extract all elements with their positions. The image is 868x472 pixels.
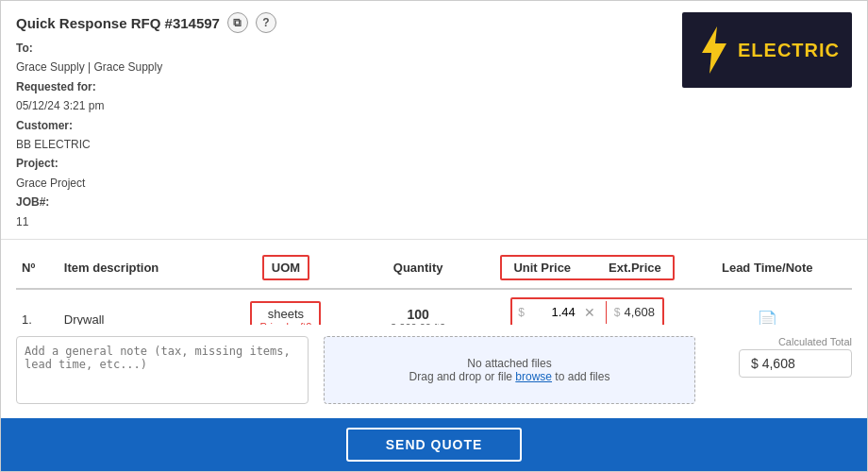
no-files-label: No attached files (467, 357, 551, 370)
file-drop-zone[interactable]: No attached files Drag and drop or file … (324, 336, 695, 404)
lead-time-note-icon[interactable]: 📄 (757, 311, 777, 325)
price-header-box: Unit Price Ext.Price (500, 255, 674, 280)
col-description: Item description (58, 247, 227, 289)
total-value: $ 4,608 (739, 349, 852, 378)
bolt-icon (694, 26, 732, 74)
total-label: Calculated Total (778, 336, 852, 347)
customer-line: Customer: BB ELECTRIC (16, 116, 682, 155)
help-icon-btn[interactable]: ? (256, 12, 276, 33)
page-wrapper: Quick Response RFQ #314597 ⧉ ? To: Grace… (0, 0, 868, 472)
total-section: Calculated Total $ 4,608 (710, 336, 852, 378)
header-info: To: Grace Supply | Grace Supply Requeste… (16, 39, 682, 231)
copy-icon-btn[interactable]: ⧉ (227, 12, 248, 33)
logo-text: ELECTRIC (738, 40, 840, 61)
general-notes-input[interactable] (16, 336, 309, 404)
footer: SEND QUOTE (1, 418, 867, 471)
col-lead-time: Lead Time/Note (683, 247, 852, 289)
project-line: Project: Grace Project (16, 154, 682, 193)
browse-link[interactable]: browse (515, 370, 552, 383)
items-table-section: Nº Item description UOM Quantity Unit Pr… (1, 240, 867, 325)
cell-quantity: 100 3,200.00 ft2 (344, 289, 492, 325)
col-num: Nº (16, 247, 58, 289)
items-table: Nº Item description UOM Quantity Unit Pr… (16, 247, 852, 325)
cell-lead-time: 📄 (683, 289, 852, 325)
svg-marker-0 (702, 26, 726, 74)
table-row: 1. Drywall sheets Price by ft2 100 3,200… (16, 289, 852, 325)
to-line: To: Grace Supply | Grace Supply (16, 39, 682, 77)
header-left: Quick Response RFQ #314597 ⧉ ? To: Grace… (16, 12, 682, 231)
rfq-title-text: Quick Response RFQ #314597 (16, 15, 220, 31)
bottom-section: No attached files Drag and drop or file … (1, 325, 867, 418)
col-price: Unit Price Ext.Price (492, 247, 683, 289)
header: Quick Response RFQ #314597 ⧉ ? To: Grace… (1, 1, 867, 240)
cell-price: $ ✕ $ 4,608 Per ft2 32 ft2 per sheets (492, 289, 683, 325)
send-quote-button[interactable]: SEND QUOTE (346, 428, 523, 462)
ext-price-value: 4,608 (625, 305, 656, 319)
unit-price-input[interactable] (528, 305, 576, 319)
company-logo: ELECTRIC (682, 12, 852, 88)
requested-line: Requested for: 05/12/24 3:21 pm (16, 77, 682, 116)
cell-num: 1. (16, 289, 58, 325)
clear-price-btn[interactable]: ✕ (579, 303, 600, 322)
file-drop-text: Drag and drop or file browse to add file… (409, 370, 610, 383)
job-line: JOB#: 11 (16, 193, 682, 231)
col-quantity: Quantity (344, 247, 492, 289)
rfq-title: Quick Response RFQ #314597 ⧉ ? (16, 12, 682, 33)
cell-uom: sheets Price by ft2 (227, 289, 343, 325)
uom-header-box: UOM (262, 255, 309, 280)
cell-description: Drywall (58, 289, 227, 325)
notes-area (16, 336, 309, 407)
logo-content: ELECTRIC (694, 26, 840, 74)
col-uom: UOM (227, 247, 343, 289)
